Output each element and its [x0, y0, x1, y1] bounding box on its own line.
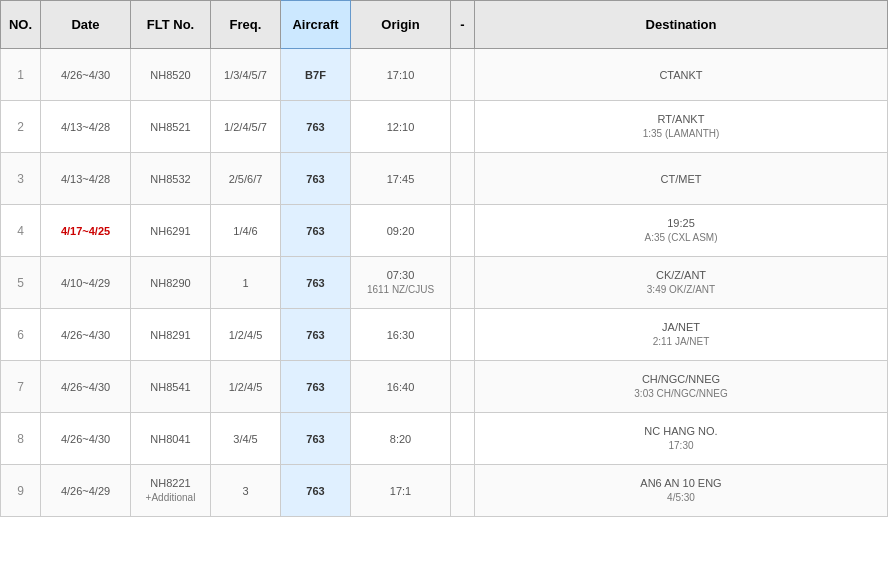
- cell-dash: [451, 361, 475, 413]
- cell-no: 5: [1, 257, 41, 309]
- cell-flt-no: NH8290: [131, 257, 211, 309]
- table-row: 74/26~4/30NH85411/2/4/576316:40CH/NGC/NN…: [1, 361, 888, 413]
- cell-freq: 3/4/5: [211, 413, 281, 465]
- cell-origin: 09:20: [351, 205, 451, 257]
- main-container: NO. Date FLT No. Freq. Aircraft Origin -…: [0, 0, 888, 583]
- cell-dash: [451, 49, 475, 101]
- cell-flt-no: NH8521: [131, 101, 211, 153]
- table-row: 84/26~4/30NH80413/4/57638:20NC HANG NO.1…: [1, 413, 888, 465]
- cell-date: 4/17~4/25: [41, 205, 131, 257]
- cell-date: 4/13~4/28: [41, 153, 131, 205]
- cell-destination: AN6 AN 10 ENG4/5:30: [475, 465, 888, 517]
- cell-destination: CTANKT: [475, 49, 888, 101]
- cell-origin: 16:40: [351, 361, 451, 413]
- cell-freq: 1/2/4/5: [211, 361, 281, 413]
- cell-destination: RT/ANKT1:35 (LAMANTH): [475, 101, 888, 153]
- cell-no: 2: [1, 101, 41, 153]
- cell-destination: JA/NET2:11 JA/NET: [475, 309, 888, 361]
- cell-flt-no: NH8520: [131, 49, 211, 101]
- flights-table: NO. Date FLT No. Freq. Aircraft Origin -…: [0, 0, 888, 517]
- cell-date: 4/26~4/29: [41, 465, 131, 517]
- cell-dash: [451, 413, 475, 465]
- header-flt-no: FLT No.: [131, 1, 211, 49]
- cell-origin: 8:20: [351, 413, 451, 465]
- cell-no: 6: [1, 309, 41, 361]
- cell-aircraft: 763: [281, 361, 351, 413]
- cell-flt-no: NH8532: [131, 153, 211, 205]
- header-dash: -: [451, 1, 475, 49]
- cell-destination: CH/NGC/NNEG3:03 CH/NGC/NNEG: [475, 361, 888, 413]
- header-freq: Freq.: [211, 1, 281, 49]
- cell-no: 1: [1, 49, 41, 101]
- cell-flt-no: NH6291: [131, 205, 211, 257]
- cell-aircraft: 763: [281, 101, 351, 153]
- header-aircraft: Aircraft: [281, 1, 351, 49]
- cell-dash: [451, 465, 475, 517]
- cell-no: 9: [1, 465, 41, 517]
- table-row: 44/17~4/25NH62911/4/676309:2019:25A:35 (…: [1, 205, 888, 257]
- cell-origin: 17:45: [351, 153, 451, 205]
- header-no: NO.: [1, 1, 41, 49]
- cell-date: 4/10~4/29: [41, 257, 131, 309]
- cell-no: 7: [1, 361, 41, 413]
- cell-dash: [451, 153, 475, 205]
- cell-dash: [451, 101, 475, 153]
- cell-destination: 19:25A:35 (CXL ASM): [475, 205, 888, 257]
- cell-aircraft: 763: [281, 465, 351, 517]
- cell-date: 4/13~4/28: [41, 101, 131, 153]
- cell-no: 3: [1, 153, 41, 205]
- cell-no: 4: [1, 205, 41, 257]
- header-origin: Origin: [351, 1, 451, 49]
- table-row: 24/13~4/28NH85211/2/4/5/776312:10RT/ANKT…: [1, 101, 888, 153]
- cell-freq: 1/2/4/5/7: [211, 101, 281, 153]
- cell-origin: 07:301611 NZ/CJUS: [351, 257, 451, 309]
- cell-freq: 1/4/6: [211, 205, 281, 257]
- table-row: 54/10~4/29NH8290176307:301611 NZ/CJUSCK/…: [1, 257, 888, 309]
- cell-flt-no: NH8041: [131, 413, 211, 465]
- cell-dash: [451, 205, 475, 257]
- cell-dash: [451, 309, 475, 361]
- cell-dash: [451, 257, 475, 309]
- cell-date: 4/26~4/30: [41, 413, 131, 465]
- header-destination: Destination: [475, 1, 888, 49]
- cell-aircraft: 763: [281, 413, 351, 465]
- cell-flt-no: NH8221+Additional: [131, 465, 211, 517]
- cell-aircraft: 763: [281, 153, 351, 205]
- table-row: 34/13~4/28NH85322/5/6/776317:45CT/MET: [1, 153, 888, 205]
- cell-aircraft: 763: [281, 205, 351, 257]
- cell-freq: 2/5/6/7: [211, 153, 281, 205]
- cell-aircraft: 763: [281, 309, 351, 361]
- cell-aircraft: 763: [281, 257, 351, 309]
- cell-origin: 17:1: [351, 465, 451, 517]
- cell-flt-no: NH8541: [131, 361, 211, 413]
- cell-destination: NC HANG NO.17:30: [475, 413, 888, 465]
- cell-freq: 3: [211, 465, 281, 517]
- cell-origin: 16:30: [351, 309, 451, 361]
- cell-flt-no: NH8291: [131, 309, 211, 361]
- cell-date: 4/26~4/30: [41, 309, 131, 361]
- cell-no: 8: [1, 413, 41, 465]
- cell-freq: 1/2/4/5: [211, 309, 281, 361]
- cell-origin: 17:10: [351, 49, 451, 101]
- cell-freq: 1/3/4/5/7: [211, 49, 281, 101]
- table-row: 94/26~4/29NH8221+Additional376317:1AN6 A…: [1, 465, 888, 517]
- cell-date: 4/26~4/30: [41, 361, 131, 413]
- cell-origin: 12:10: [351, 101, 451, 153]
- cell-freq: 1: [211, 257, 281, 309]
- table-row: 64/26~4/30NH82911/2/4/576316:30JA/NET2:1…: [1, 309, 888, 361]
- table-row: 14/26~4/30NH85201/3/4/5/7B7F17:10CTANKT: [1, 49, 888, 101]
- cell-destination: CT/MET: [475, 153, 888, 205]
- cell-aircraft: B7F: [281, 49, 351, 101]
- header-date: Date: [41, 1, 131, 49]
- cell-destination: CK/Z/ANT3:49 OK/Z/ANT: [475, 257, 888, 309]
- cell-date: 4/26~4/30: [41, 49, 131, 101]
